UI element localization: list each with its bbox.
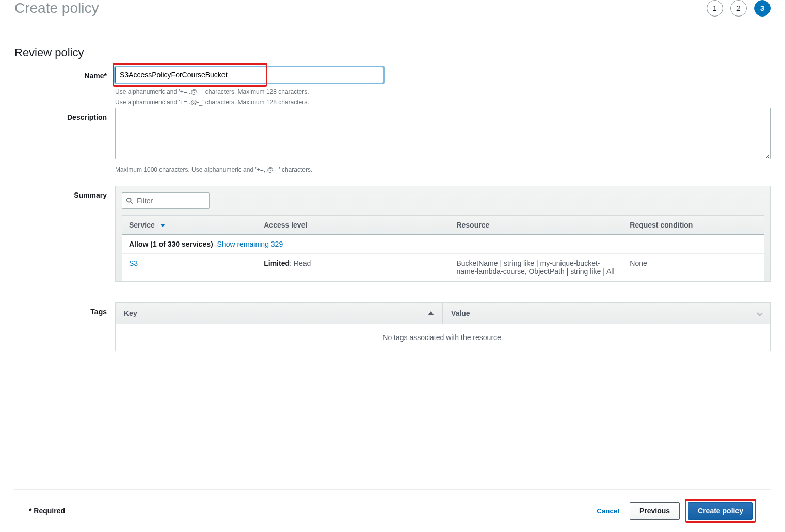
create-policy-highlight: Create policy: [685, 499, 756, 523]
cancel-button[interactable]: Cancel: [591, 507, 624, 515]
col-resource[interactable]: Resource: [449, 216, 622, 235]
summary-group-row: Allow (1 of 330 services) Show remaining…: [122, 235, 764, 254]
show-remaining-link[interactable]: Show remaining 329: [217, 240, 283, 248]
summary-filter-input[interactable]: [122, 192, 210, 209]
tags-label: Tags: [14, 302, 115, 316]
tags-empty-message: No tags associated with the resource.: [116, 324, 770, 351]
sort-caret-icon: [160, 224, 165, 227]
wizard-footer: * Required Cancel Previous Create policy: [14, 489, 771, 532]
create-policy-button[interactable]: Create policy: [688, 502, 753, 520]
condition-cell: None: [622, 254, 764, 281]
tags-col-value[interactable]: Value: [443, 303, 770, 324]
policy-name-input[interactable]: [115, 67, 383, 83]
access-level-cell: Limited: Read: [257, 254, 449, 281]
search-icon: [126, 197, 133, 204]
description-label: Description: [14, 108, 115, 121]
step-3[interactable]: 3: [754, 0, 771, 17]
page-header: Create policy 1 2 3: [14, 0, 771, 31]
sort-asc-icon: [428, 311, 434, 315]
summary-row-s3: S3 Limited: Read BucketName | string lik…: [122, 254, 764, 281]
name-hint: Use alphanumeric and '+=,.@-_' character…: [115, 99, 771, 106]
name-hint: Use alphanumeric and '+=,.@-_' character…: [115, 88, 771, 95]
name-label: Name*: [14, 67, 115, 80]
step-1[interactable]: 1: [707, 0, 723, 17]
resource-cell: BucketName | string like | my-unique-buc…: [449, 254, 622, 281]
col-request-condition[interactable]: Request condition: [622, 216, 764, 235]
col-service[interactable]: Service: [122, 216, 257, 235]
tags-col-key[interactable]: Key: [116, 303, 443, 324]
summary-table: Service Access level Resource Request co…: [122, 215, 764, 281]
summary-panel: Service Access level Resource Request co…: [115, 186, 771, 282]
previous-button[interactable]: Previous: [630, 502, 680, 520]
summary-label: Summary: [14, 186, 115, 199]
allow-count: Allow (1 of 330 services): [129, 240, 213, 248]
policy-description-input[interactable]: [115, 108, 771, 159]
step-2[interactable]: 2: [730, 0, 747, 17]
tags-panel: Key Value No tags associated with the re…: [115, 302, 771, 351]
sort-none-icon: [757, 310, 762, 316]
col-access-level[interactable]: Access level: [257, 216, 449, 235]
review-title: Review policy: [14, 46, 771, 59]
required-note: * Required: [29, 507, 65, 515]
wizard-steps: 1 2 3: [707, 0, 771, 17]
description-hint: Maximum 1000 characters. Use alphanumeri…: [115, 166, 771, 173]
service-link-s3[interactable]: S3: [129, 259, 138, 267]
page-title: Create policy: [14, 0, 99, 17]
